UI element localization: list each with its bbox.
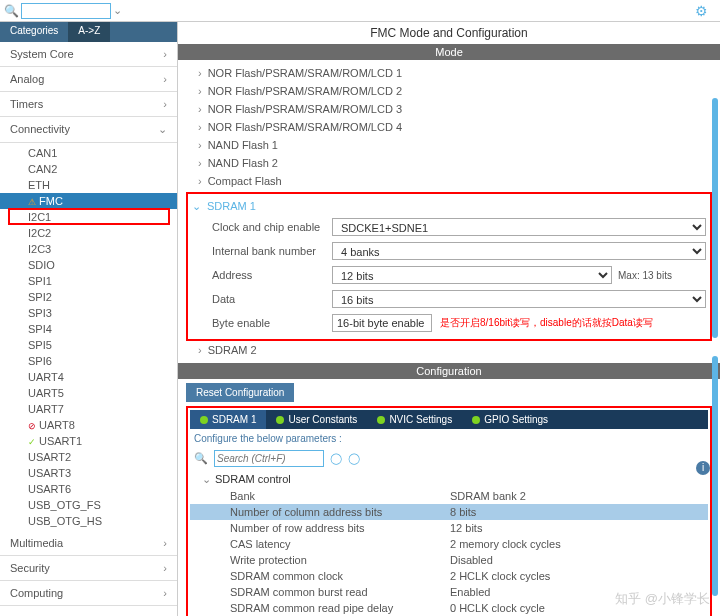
item-uart5[interactable]: UART5 <box>0 385 177 401</box>
item-usart2[interactable]: USART2 <box>0 449 177 465</box>
addr-select[interactable]: 12 bits <box>332 266 612 284</box>
cfg-tab-gpio-settings[interactable]: GPIO Settings <box>462 410 558 429</box>
search-icon: 🔍 <box>194 452 208 465</box>
item-spi5[interactable]: SPI5 <box>0 337 177 353</box>
item-uart4[interactable]: UART4 <box>0 369 177 385</box>
category-analog[interactable]: Analog› <box>0 67 177 92</box>
sdram2-tree[interactable]: SDRAM 2 <box>186 341 712 359</box>
data-select[interactable]: 16 bits <box>332 290 706 308</box>
param-row[interactable]: CAS latency2 memory clock cycles <box>190 536 708 552</box>
cfg-tab-user-constants[interactable]: User Constants <box>266 410 367 429</box>
addr-max: Max: 13 bits <box>618 270 672 281</box>
item-spi3[interactable]: SPI3 <box>0 305 177 321</box>
cfg-tab-sdram-1[interactable]: SDRAM 1 <box>190 410 266 429</box>
item-i2c2[interactable]: I2C2 <box>0 225 177 241</box>
scrollbar-mode[interactable] <box>712 98 718 338</box>
bank-select[interactable]: 4 banks <box>332 242 706 260</box>
tree-item[interactable]: NOR Flash/PSRAM/SRAM/ROM/LCD 4 <box>186 118 712 136</box>
reset-button[interactable]: Reset Configuration <box>186 383 294 402</box>
param-row[interactable]: Number of row address bits12 bits <box>190 520 708 536</box>
addr-label: Address <box>212 269 332 281</box>
item-i2c3[interactable]: I2C3 <box>0 241 177 257</box>
byte-label: Byte enable <box>212 317 332 329</box>
item-spi2[interactable]: SPI2 <box>0 289 177 305</box>
tree-item[interactable]: Compact Flash <box>186 172 712 190</box>
category-security[interactable]: Security› <box>0 556 177 581</box>
top-search-input[interactable] <box>21 3 111 19</box>
bank-label: Internal bank number <box>212 245 332 257</box>
page-title: FMC Mode and Configuration <box>178 22 720 44</box>
watermark: 知乎 @小锋学长 <box>615 590 710 608</box>
cfg-tab-nvic-settings[interactable]: NVIC Settings <box>367 410 462 429</box>
item-spi1[interactable]: SPI1 <box>0 273 177 289</box>
info-icon[interactable]: i <box>696 461 710 475</box>
category-timers[interactable]: Timers› <box>0 92 177 117</box>
tab-az[interactable]: A->Z <box>68 22 110 42</box>
circle-icon[interactable]: ◯ <box>348 452 360 465</box>
param-group-control[interactable]: SDRAM control <box>190 471 708 488</box>
item-uart8[interactable]: UART8 <box>0 417 177 433</box>
clock-select[interactable]: SDCKE1+SDNE1 <box>332 218 706 236</box>
tree-item[interactable]: NOR Flash/PSRAM/SRAM/ROM/LCD 3 <box>186 100 712 118</box>
tab-categories[interactable]: Categories <box>0 22 68 42</box>
item-i2c1[interactable]: I2C1 <box>0 209 177 225</box>
dropdown-icon[interactable]: ⌄ <box>113 4 122 17</box>
category-system-core[interactable]: System Core› <box>0 42 177 67</box>
circle-icon[interactable]: ◯ <box>330 452 342 465</box>
item-eth[interactable]: ETH <box>0 177 177 193</box>
item-usart1[interactable]: USART1 <box>0 433 177 449</box>
item-usb_otg_fs[interactable]: USB_OTG_FS <box>0 497 177 513</box>
byte-note: 是否开启8/16bit读写，disable的话就按Data读写 <box>440 316 653 330</box>
item-usart3[interactable]: USART3 <box>0 465 177 481</box>
left-panel: Categories A->Z System Core›Analog›Timer… <box>0 22 178 616</box>
param-row[interactable]: BankSDRAM bank 2 <box>190 488 708 504</box>
param-search-input[interactable] <box>214 450 324 467</box>
byte-select[interactable]: 16-bit byte enable <box>332 314 432 332</box>
data-label: Data <box>212 293 332 305</box>
param-row[interactable]: SDRAM common clock2 HCLK clock cycles <box>190 568 708 584</box>
config-subtitle: Configure the below parameters : <box>190 429 708 448</box>
sdram1-tree[interactable]: SDRAM 1 <box>192 198 706 215</box>
item-uart7[interactable]: UART7 <box>0 401 177 417</box>
param-row[interactable]: Write protectionDisabled <box>190 552 708 568</box>
item-can1[interactable]: CAN1 <box>0 145 177 161</box>
param-row[interactable]: Number of column address bits8 bits <box>190 504 708 520</box>
tree-item[interactable]: NOR Flash/PSRAM/SRAM/ROM/LCD 2 <box>186 82 712 100</box>
mode-area: NOR Flash/PSRAM/SRAM/ROM/LCD 1NOR Flash/… <box>178 60 720 363</box>
item-usb_otg_hs[interactable]: USB_OTG_HS <box>0 513 177 529</box>
category-multimedia[interactable]: Multimedia› <box>0 531 177 556</box>
config-header: Configuration <box>178 363 720 379</box>
scrollbar-config[interactable] <box>712 356 718 596</box>
gear-icon[interactable]: ⚙ <box>695 3 708 19</box>
tree-item[interactable]: NOR Flash/PSRAM/SRAM/ROM/LCD 1 <box>186 64 712 82</box>
item-spi6[interactable]: SPI6 <box>0 353 177 369</box>
category-computing[interactable]: Computing› <box>0 581 177 606</box>
category-connectivity[interactable]: Connectivity⌄ <box>0 117 177 143</box>
tree-item[interactable]: NAND Flash 2 <box>186 154 712 172</box>
item-spi4[interactable]: SPI4 <box>0 321 177 337</box>
item-usart6[interactable]: USART6 <box>0 481 177 497</box>
item-fmc[interactable]: FMC <box>0 193 177 209</box>
item-can2[interactable]: CAN2 <box>0 161 177 177</box>
tree-item[interactable]: NAND Flash 1 <box>186 136 712 154</box>
item-sdio[interactable]: SDIO <box>0 257 177 273</box>
clock-label: Clock and chip enable <box>212 221 332 233</box>
mode-header: Mode <box>178 44 720 60</box>
search-icon: 🔍 <box>4 4 19 18</box>
